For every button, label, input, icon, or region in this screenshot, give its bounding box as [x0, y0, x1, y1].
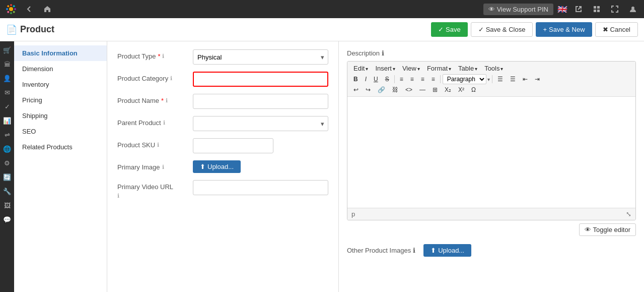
editor-redo-button[interactable]: ↪ [363, 85, 374, 94]
editor-link-button[interactable]: 🔗 [375, 85, 388, 94]
toolbar-extra-row: ↩ ↪ 🔗 ⛓ <> — ⊞ X₂ X² Ω [350, 85, 632, 94]
description-info-icon[interactable]: ℹ [382, 49, 384, 57]
other-images-upload-icon: ⬆ [431, 247, 436, 254]
svg-point-8 [13, 11, 15, 13]
svg-point-2 [10, 12, 12, 14]
editor-indent-button[interactable]: ⇥ [532, 75, 543, 84]
editor-code-button[interactable]: <> [402, 85, 415, 94]
other-images-upload-button[interactable]: ⬆ Upload... [423, 244, 471, 257]
product-name-input[interactable] [193, 94, 328, 109]
parent-product-control: ▾ [193, 116, 328, 131]
product-name-info-icon[interactable]: ℹ [166, 97, 168, 104]
editor-table-button[interactable]: ⊞ [430, 85, 441, 94]
product-category-info-icon[interactable]: ℹ [170, 75, 172, 82]
support-pin-button[interactable]: 👁 View Support PIN [483, 4, 553, 15]
editor-underline-button[interactable]: U [371, 75, 381, 84]
other-images-label: Other Product Images ℹ [347, 247, 415, 254]
sidebar-icon-mail[interactable]: ✉ [1, 86, 14, 99]
sidebar-item-basic-information[interactable]: Basic Information [14, 45, 107, 61]
home-icon[interactable] [40, 2, 54, 16]
sidebar-item-pricing[interactable]: Pricing [14, 92, 107, 108]
editor-align-justify-button[interactable]: ≡ [428, 75, 438, 84]
product-sku-label: Product SKU ℹ [117, 138, 193, 149]
editor-align-left-button[interactable]: ≡ [397, 75, 406, 84]
editor-edit-menu[interactable]: Edit [350, 64, 371, 73]
back-icon[interactable] [22, 2, 36, 16]
sidebar-item-related-products[interactable]: Related Products [14, 139, 107, 155]
editor-insert-menu[interactable]: Insert [372, 64, 398, 73]
product-type-row: Product Type * ℹ Physical Digital Servic… [117, 49, 328, 65]
external-link-icon[interactable] [571, 2, 586, 16]
editor-unlink-button[interactable]: ⛓ [389, 85, 401, 94]
toggle-editor-button[interactable]: 👁 Toggle editor [579, 223, 636, 236]
svg-point-5 [7, 5, 9, 7]
description-panel: Description ℹ Edit Insert [339, 41, 644, 292]
sidebar-icon-building[interactable]: 🏛 [1, 57, 14, 71]
editor-wrapper: Edit Insert View Format [347, 61, 636, 220]
sidebar-icon-shop[interactable]: 🛒 [1, 43, 14, 56]
editor-undo-button[interactable]: ↩ [350, 85, 362, 94]
editor-align-right-button[interactable]: ≡ [418, 75, 427, 84]
save-button[interactable]: ✓ Save [431, 22, 468, 37]
editor-ordered-list-button[interactable]: ☰ [507, 75, 519, 84]
svg-point-4 [14, 8, 16, 10]
sidebar-item-dimension[interactable]: Dimension [14, 61, 107, 77]
editor-outdent-button[interactable]: ⇤ [520, 75, 531, 84]
product-type-control: Physical Digital Service ▾ [193, 49, 328, 65]
product-name-row: Product Name * ℹ [117, 94, 328, 109]
user-icon[interactable] [626, 2, 640, 16]
cancel-x-icon: ✖ [603, 26, 608, 33]
sidebar-icon-image[interactable]: 🖼 [1, 199, 14, 212]
sidebar-icon-chart[interactable]: 📊 [1, 114, 14, 127]
sidebar-item-inventory[interactable]: Inventory [14, 77, 107, 92]
sidebar-icon-globe[interactable]: 🌐 [1, 142, 14, 155]
sidebar-icon-refresh[interactable]: 🔄 [1, 170, 14, 184]
product-type-required: * [158, 52, 160, 60]
editor-format-menu[interactable]: Format [424, 64, 454, 73]
product-type-info-icon[interactable]: ℹ [162, 53, 164, 60]
editor-superscript-button[interactable]: X² [455, 85, 467, 94]
editor-paragraph-select[interactable]: Paragraph [443, 74, 486, 84]
support-pin-label: View Support PIN [497, 6, 548, 13]
editor-subscript-button[interactable]: X₂ [442, 85, 454, 94]
sidebar-icon-transfer[interactable]: ⇌ [1, 128, 14, 141]
grid-icon[interactable] [590, 2, 604, 16]
sidebar-icon-gear[interactable]: ⚙ [1, 156, 14, 169]
flag-icon[interactable]: 🇬🇧 [557, 5, 567, 14]
sidebar-icon-chat[interactable]: 💬 [1, 213, 14, 226]
editor-tools-menu[interactable]: Tools [481, 64, 506, 73]
sidebar-item-shipping[interactable]: Shipping [14, 108, 107, 124]
editor-hr-button[interactable]: — [416, 85, 428, 94]
primary-video-url-input[interactable] [193, 180, 328, 195]
product-category-input[interactable] [193, 72, 328, 87]
product-type-select[interactable]: Physical Digital Service [193, 49, 328, 65]
brand-logo[interactable] [4, 2, 18, 16]
sidebar-item-seo[interactable]: SEO [14, 124, 107, 139]
primary-image-info-icon[interactable]: ℹ [162, 164, 164, 170]
editor-unordered-list-button[interactable]: ☰ [494, 75, 506, 84]
sidebar-icon-wrench[interactable]: 🔧 [1, 185, 14, 198]
parent-product-select[interactable] [193, 116, 328, 131]
editor-italic-button[interactable]: I [362, 75, 370, 84]
parent-product-info-icon[interactable]: ℹ [163, 120, 165, 126]
editor-table-menu[interactable]: Table [455, 64, 480, 73]
cancel-button[interactable]: ✖ Cancel [595, 22, 638, 37]
editor-bold-button[interactable]: B [350, 75, 361, 84]
icon-sidebar: 🛒 🏛 👤 ✉ ✓ 📊 ⇌ 🌐 ⚙ 🔄 🔧 🖼 💬 [0, 41, 14, 292]
primary-image-upload-button[interactable]: ⬆ Upload... [193, 160, 241, 173]
primary-video-url-info-icon[interactable]: ℹ [117, 193, 119, 199]
sidebar-icon-check[interactable]: ✓ [1, 100, 14, 113]
product-sku-input[interactable] [193, 138, 273, 153]
editor-body[interactable] [347, 97, 635, 208]
editor-resize-handle[interactable]: ⤡ [626, 210, 631, 218]
save-new-button[interactable]: + Save & New [536, 22, 592, 37]
editor-align-center-button[interactable]: ≡ [407, 75, 417, 84]
other-images-info-icon[interactable]: ℹ [413, 247, 415, 254]
save-close-button[interactable]: ✓ Save & Close [471, 22, 533, 37]
fullscreen-icon[interactable] [608, 2, 622, 16]
editor-strikethrough-button[interactable]: S [382, 75, 392, 84]
product-sku-info-icon[interactable]: ℹ [157, 142, 159, 148]
sidebar-icon-person[interactable]: 👤 [1, 72, 14, 85]
editor-special-chars-button[interactable]: Ω [468, 85, 479, 94]
editor-view-menu[interactable]: View [399, 64, 423, 73]
